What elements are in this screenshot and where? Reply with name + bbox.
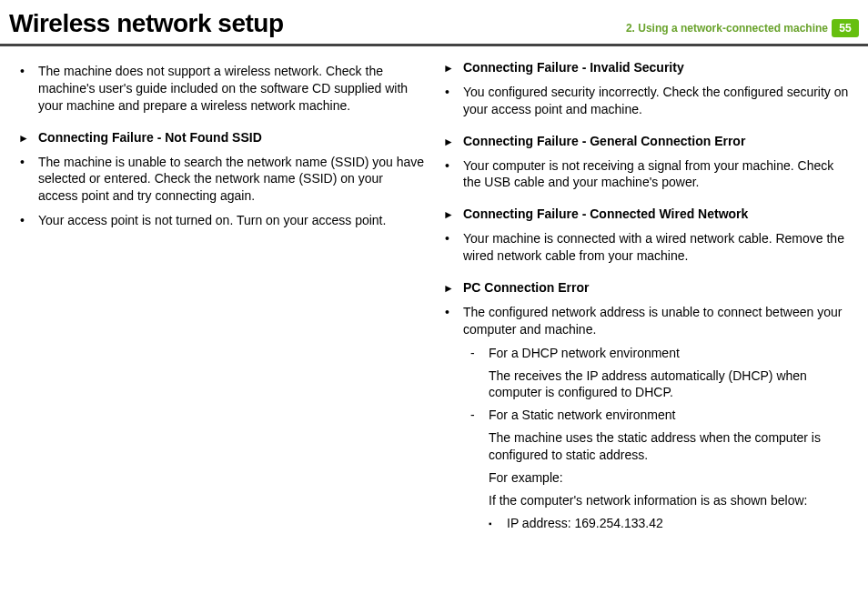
- triangle-icon: ►: [443, 59, 463, 76]
- bullet-text: The machine is unable to search the netw…: [38, 154, 425, 206]
- list-item: • Your access point is not turned on. Tu…: [18, 208, 425, 233]
- page-title: Wireless network setup: [9, 9, 284, 38]
- bullet-icon: •: [443, 84, 463, 118]
- sub-text: For a Static network environment: [489, 407, 850, 424]
- section-heading-connected-wired-network: ► Connecting Failure - Connected Wired N…: [443, 195, 850, 226]
- sub-square-item: ▪ IP address: 169.254.133.42: [443, 512, 850, 535]
- section-title: Connecting Failure - General Connection …: [463, 133, 745, 150]
- section-title: Connecting Failure - Connected Wired Net…: [463, 206, 748, 223]
- triangle-icon: ►: [443, 279, 463, 297]
- list-item: • The machine is unable to search the ne…: [18, 150, 425, 209]
- sub-paragraph: The receives the IP address automaticall…: [443, 365, 850, 405]
- list-item: • The configured network address is unab…: [443, 300, 850, 342]
- page-container: Wireless network setup 2. Using a networ…: [0, 0, 868, 614]
- sub-text: For a DHCP network environment: [489, 345, 850, 362]
- triangle-icon: ►: [443, 206, 463, 223]
- sub-paragraph: If the computer's network information is…: [443, 489, 850, 512]
- section-heading-not-found-ssid: ► Connecting Failure - Not Found SSID: [18, 118, 425, 150]
- bullet-icon: •: [443, 230, 463, 265]
- bullet-text: Your machine is connected with a wired n…: [463, 230, 850, 265]
- list-item: • Your machine is connected with a wired…: [443, 226, 850, 268]
- section-heading-general-connection-error: ► Connecting Failure - General Connectio…: [443, 122, 850, 154]
- dash-icon: -: [470, 345, 489, 362]
- sub-square-text: IP address: 169.254.133.42: [507, 515, 663, 532]
- section-heading-invalid-security: ► Connecting Failure - Invalid Security: [443, 59, 850, 80]
- sub-paragraph: For example:: [443, 467, 850, 489]
- right-column: ► Connecting Failure - Invalid Security …: [443, 59, 850, 535]
- bullet-text: The configured network address is unable…: [463, 304, 850, 338]
- bullet-text: Your access point is not turned on. Turn…: [38, 212, 425, 229]
- triangle-icon: ►: [18, 129, 38, 146]
- sub-paragraph: The machine uses the static address when…: [443, 427, 850, 467]
- bullet-icon: •: [18, 154, 38, 206]
- square-icon: ▪: [489, 515, 507, 532]
- bullet-text: The machine does not support a wireless …: [38, 63, 425, 115]
- page-number-badge: 55: [832, 19, 859, 37]
- content-columns: • The machine does not support a wireles…: [0, 46, 868, 535]
- bullet-icon: •: [443, 304, 463, 338]
- list-item: • Your computer is not receiving a signa…: [443, 154, 850, 196]
- left-column: • The machine does not support a wireles…: [18, 59, 425, 535]
- dash-icon: -: [470, 407, 489, 424]
- section-title: PC Connection Error: [463, 279, 589, 297]
- list-item: • You configured security incorrectly. C…: [443, 80, 850, 122]
- bullet-icon: •: [443, 157, 463, 192]
- bullet-text: Your computer is not receiving a signal …: [463, 157, 850, 192]
- section-title: Connecting Failure - Not Found SSID: [38, 129, 262, 146]
- sub-list-item: - For a DHCP network environment: [443, 342, 850, 365]
- bullet-icon: •: [18, 212, 38, 229]
- bullet-icon: •: [18, 63, 38, 115]
- section-title: Connecting Failure - Invalid Security: [463, 59, 684, 76]
- chapter-link[interactable]: 2. Using a network-connected machine: [626, 22, 828, 35]
- section-heading-pc-connection-error: ► PC Connection Error: [443, 268, 850, 300]
- chapter-navigation: 2. Using a network-connected machine 55: [626, 19, 859, 37]
- sub-list-item: - For a Static network environment: [443, 404, 850, 427]
- page-header: Wireless network setup 2. Using a networ…: [0, 0, 868, 46]
- triangle-icon: ►: [443, 133, 463, 150]
- list-item: • The machine does not support a wireles…: [18, 59, 425, 118]
- bullet-text: You configured security incorrectly. Che…: [463, 84, 850, 118]
